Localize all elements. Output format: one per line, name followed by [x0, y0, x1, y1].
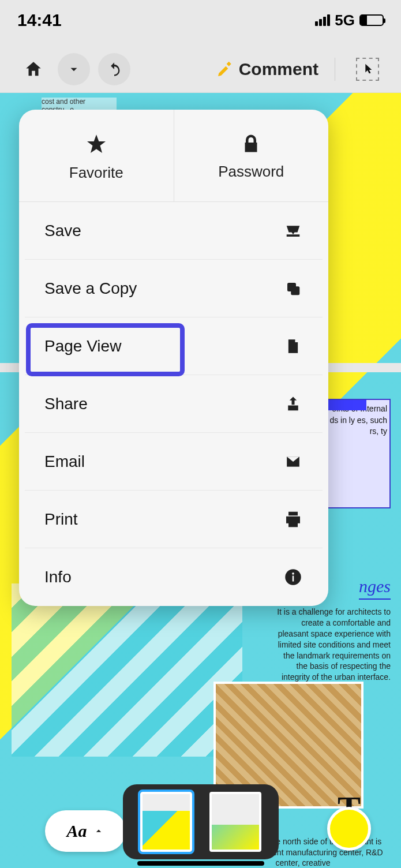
page-icon: [283, 336, 303, 356]
info-icon: [283, 567, 303, 587]
dropdown-button[interactable]: [58, 53, 90, 85]
menu-print[interactable]: Print: [25, 491, 323, 548]
mail-icon: [283, 452, 303, 472]
menu-page-view-label: Page View: [44, 337, 121, 356]
menu-save-copy-label: Save a Copy: [44, 279, 137, 298]
menu-share-label: Share: [44, 395, 88, 413]
highlighter-icon: [216, 60, 234, 78]
home-button[interactable]: [17, 53, 50, 85]
share-icon: [283, 394, 303, 414]
menu-password[interactable]: Password: [174, 110, 329, 202]
svg-rect-3: [293, 576, 294, 582]
comment-button[interactable]: Comment: [216, 59, 318, 79]
print-icon: [283, 510, 303, 529]
menu-save-copy[interactable]: Save a Copy: [25, 260, 323, 317]
bottom-dock: [0, 781, 401, 862]
menu-save-label: Save: [44, 222, 81, 240]
doc-heading: nges: [359, 577, 391, 600]
select-tool-button[interactable]: [351, 53, 384, 85]
chevron-down-icon: [66, 62, 81, 77]
star-icon: [85, 133, 108, 156]
menu-share[interactable]: Share: [25, 375, 323, 433]
network-label: 5G: [335, 12, 355, 29]
status-time: 14:41: [17, 10, 62, 30]
menu-email[interactable]: Email: [25, 433, 323, 491]
menu-print-label: Print: [44, 510, 78, 529]
copy-icon: [283, 279, 303, 298]
menu-favorite-label: Favorite: [69, 164, 123, 182]
battery-icon: [359, 14, 384, 26]
lock-icon: [241, 134, 261, 155]
comment-label: Comment: [239, 59, 318, 79]
menu-password-label: Password: [218, 163, 284, 181]
svg-point-4: [292, 573, 294, 575]
home-icon: [24, 59, 43, 79]
screenshot-thumb-1[interactable]: [140, 792, 192, 852]
undo-button[interactable]: [98, 53, 130, 85]
inbox-icon: [283, 221, 303, 241]
signal-icon: [315, 14, 330, 26]
toolbar-divider: [335, 58, 335, 81]
menu-save[interactable]: Save: [25, 202, 323, 260]
svg-rect-1: [291, 286, 299, 295]
screenshot-tray: [123, 784, 279, 859]
doc-illustration-2: [12, 583, 242, 757]
status-right: 5G: [315, 12, 384, 29]
menu-page-view[interactable]: Page View: [25, 317, 323, 375]
status-bar: 14:41 5G: [0, 0, 401, 40]
menu-email-label: Email: [44, 452, 85, 471]
doc-sidebox: oints of Internal ds in ly es, such rs, …: [327, 399, 391, 508]
screenshot-thumb-2[interactable]: [209, 792, 261, 852]
undo-icon: [106, 61, 122, 77]
home-indicator[interactable]: [137, 861, 264, 866]
document-menu: Favorite Password Save Save a Copy Page …: [19, 110, 328, 606]
menu-info[interactable]: Info: [25, 548, 323, 606]
select-icon: [356, 58, 379, 81]
doc-paragraph: It is a challenge for architects to crea…: [275, 607, 391, 683]
menu-info-label: Info: [44, 568, 72, 586]
menu-favorite[interactable]: Favorite: [19, 110, 174, 202]
top-toolbar: Comment: [0, 46, 401, 92]
